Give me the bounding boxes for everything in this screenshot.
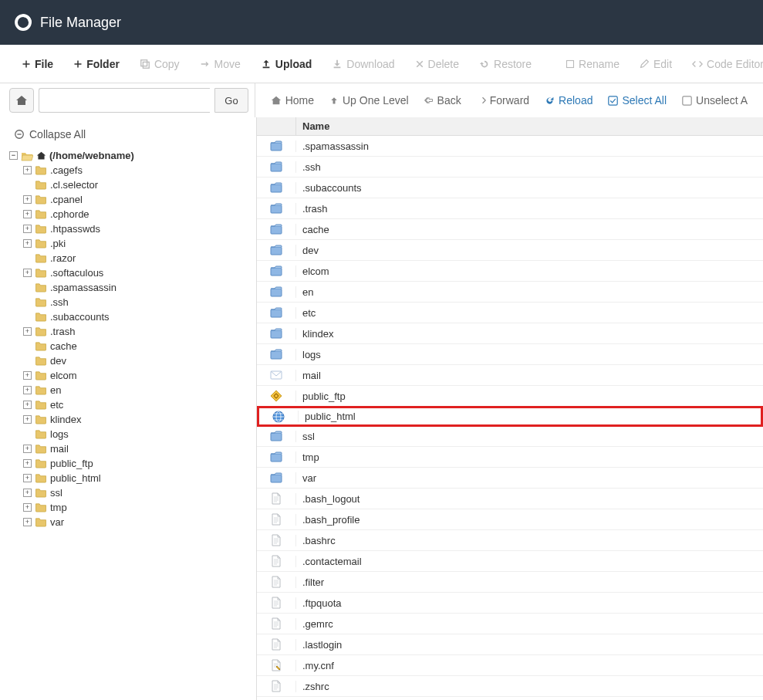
file-name: .my.cnf xyxy=(295,660,763,671)
tree-item[interactable]: cache xyxy=(23,339,256,353)
nav-back-button[interactable]: Back xyxy=(418,90,468,111)
expander-icon[interactable]: + xyxy=(23,386,32,394)
column-name-header[interactable]: Name xyxy=(295,117,763,135)
file-row[interactable]: logs xyxy=(257,344,763,365)
tree-item[interactable]: +.pki xyxy=(23,236,256,251)
tree-item[interactable]: +elcom xyxy=(23,368,256,383)
rename-button[interactable]: Rename xyxy=(558,53,627,75)
file-row[interactable]: public_ftp xyxy=(257,386,763,407)
file-row[interactable]: mail xyxy=(257,365,763,386)
tree-item[interactable]: .cl.selector xyxy=(23,178,256,192)
file-row[interactable]: .bash_logout xyxy=(257,489,763,509)
tree-item[interactable]: +.cagefs xyxy=(23,163,256,178)
expander-icon[interactable]: + xyxy=(23,415,32,424)
expander-icon[interactable]: + xyxy=(23,269,32,277)
file-row[interactable]: public_html xyxy=(257,406,763,427)
file-row[interactable]: .lastlogin xyxy=(257,634,763,655)
go-button[interactable]: Go xyxy=(214,88,248,113)
nav-up-button[interactable]: Up One Level xyxy=(323,90,415,111)
tree-item[interactable]: +etc xyxy=(23,397,256,412)
edit-button[interactable]: Edit xyxy=(632,53,680,75)
tree-item[interactable]: .ssh xyxy=(23,295,256,309)
file-row[interactable]: .my.cnf xyxy=(257,655,763,676)
move-button[interactable]: Move xyxy=(192,53,248,75)
expander-icon[interactable]: + xyxy=(23,474,32,482)
folder-icon xyxy=(35,400,47,410)
file-row[interactable]: .contactemail xyxy=(257,551,763,572)
code-editor-button[interactable]: Code Editor xyxy=(684,53,763,75)
tree-item[interactable]: +tmp xyxy=(23,500,256,515)
file-row[interactable]: cache xyxy=(257,219,763,240)
file-row[interactable]: var xyxy=(257,468,763,489)
nav-home-button[interactable]: Home xyxy=(265,90,320,111)
upload-button[interactable]: Upload xyxy=(253,53,319,75)
file-row[interactable]: etc xyxy=(257,303,763,323)
expander-icon[interactable]: − xyxy=(9,151,18,160)
tree-item[interactable]: .spamassassin xyxy=(23,280,256,295)
tree-item[interactable]: +.cphorde xyxy=(23,207,256,221)
nav-unselectall-button[interactable]: Unselect A xyxy=(676,90,754,111)
file-row[interactable]: dev xyxy=(257,240,763,261)
file-row[interactable]: klindex xyxy=(257,323,763,344)
expander-icon[interactable]: + xyxy=(23,195,32,204)
folder-icon xyxy=(35,268,47,278)
tree-item[interactable]: +.trash xyxy=(23,324,256,339)
tree-item[interactable]: +.cpanel xyxy=(23,192,256,207)
expander-icon[interactable]: + xyxy=(23,459,32,468)
download-button[interactable]: Download xyxy=(324,53,402,75)
expander-icon[interactable]: + xyxy=(23,327,32,336)
home-icon-button[interactable] xyxy=(9,88,34,113)
file-button[interactable]: File xyxy=(14,53,61,75)
expander-icon[interactable]: + xyxy=(23,225,32,233)
file-row[interactable]: en xyxy=(257,282,763,303)
tree-item[interactable]: +public_ftp xyxy=(23,456,256,471)
file-row[interactable]: .bashrc xyxy=(257,530,763,551)
file-row[interactable]: .subaccounts xyxy=(257,178,763,198)
file-row[interactable]: .ssh xyxy=(257,157,763,178)
nav-selectall-button[interactable]: Select All xyxy=(602,90,673,111)
file-row[interactable]: elcom xyxy=(257,261,763,282)
tree-item-label: dev xyxy=(50,355,66,367)
expander-icon[interactable]: + xyxy=(23,445,32,453)
expander-icon[interactable]: + xyxy=(23,518,32,526)
file-row[interactable]: tmp xyxy=(257,447,763,468)
file-row[interactable]: ssl xyxy=(257,426,763,447)
tree-item[interactable]: +klindex xyxy=(23,412,256,427)
expander-icon[interactable]: + xyxy=(23,210,32,218)
tree-item[interactable]: .subaccounts xyxy=(23,309,256,324)
tree-item[interactable]: +.softaculous xyxy=(23,265,256,280)
tree-item[interactable]: +mail xyxy=(23,441,256,456)
copy-button[interactable]: Copy xyxy=(132,53,187,75)
collapse-all-button[interactable]: Collapse All xyxy=(9,123,256,148)
nav-reload-button[interactable]: Reload xyxy=(538,90,599,111)
file-row[interactable]: .gemrc xyxy=(257,614,763,634)
restore-button[interactable]: Restore xyxy=(471,53,539,75)
expander-icon[interactable]: + xyxy=(23,503,32,512)
file-row[interactable]: .ftpquota xyxy=(257,593,763,614)
tree-item[interactable]: logs xyxy=(23,427,256,441)
file-row[interactable]: .zshrc xyxy=(257,676,763,697)
tree-item[interactable]: +.htpasswds xyxy=(23,221,256,236)
file-row[interactable]: .bash_profile xyxy=(257,509,763,530)
tree-item[interactable]: .razor xyxy=(23,251,256,265)
delete-button[interactable]: Delete xyxy=(407,53,467,75)
path-input[interactable] xyxy=(39,88,210,113)
expander-icon[interactable]: + xyxy=(23,239,32,248)
file-row[interactable]: .spamassassin xyxy=(257,136,763,157)
tree-item-label: .cl.selector xyxy=(50,179,98,191)
tree-item[interactable]: +en xyxy=(23,383,256,397)
file-row[interactable]: .trash xyxy=(257,198,763,219)
tree-item-label: var xyxy=(50,516,64,528)
file-row[interactable]: .filter xyxy=(257,572,763,593)
tree-item[interactable]: +var xyxy=(23,515,256,529)
tree-item[interactable]: +public_html xyxy=(23,471,256,485)
expander-icon[interactable]: + xyxy=(23,489,32,497)
expander-icon[interactable]: + xyxy=(23,166,32,174)
tree-root[interactable]: − (/home/webname) xyxy=(9,148,256,163)
tree-item[interactable]: dev xyxy=(23,353,256,368)
expander-icon[interactable]: + xyxy=(23,401,32,409)
nav-forward-button[interactable]: Forward xyxy=(471,90,535,111)
tree-item[interactable]: +ssl xyxy=(23,485,256,500)
folder-button[interactable]: Folder xyxy=(66,53,127,75)
expander-icon[interactable]: + xyxy=(23,371,32,380)
